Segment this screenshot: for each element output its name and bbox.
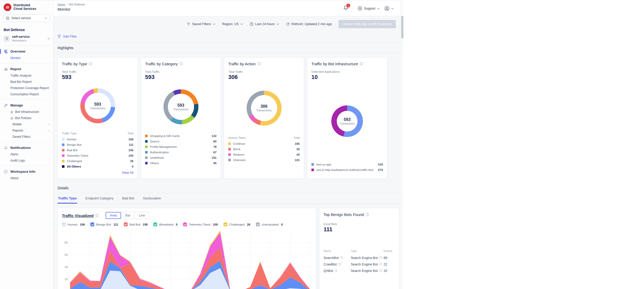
breadcrumb-home[interactable]: Home: [58, 3, 65, 6]
series-checkbox[interactable]: Unevaluated: 0: [256, 222, 283, 226]
sidebar-section-workspace-info[interactable]: Workspace Info: [0, 168, 53, 175]
mode-area-button[interactable]: Area: [106, 212, 121, 219]
legend-row[interactable]: Undefined 191: [145, 155, 217, 160]
sidebar-item[interactable]: Traffic Analyzer: [0, 73, 53, 79]
sidebar-item[interactable]: ◎ Bot Infrastructure: [0, 109, 53, 115]
traffic-action-donut-chart[interactable]: 306 Transactions: [247, 91, 282, 126]
series-checkbox[interactable]: Challenged: 26: [224, 222, 250, 226]
sidebar-section-report[interactable]: Report: [0, 66, 53, 73]
sidebar-item[interactable]: Audit Logs: [0, 157, 53, 164]
scrollbar-thumb[interactable]: [401, 16, 403, 39]
select-service-dropdown[interactable]: Select service: [3, 14, 50, 22]
support-menu[interactable]: Support: [358, 6, 380, 11]
time-range-dropdown[interactable]: Last 24 hours: [250, 22, 279, 26]
legend-row[interactable]: Shopping & Gift Cards 132: [145, 133, 217, 139]
card-title: Traffic by Bot Infrastructure ⓘ: [311, 62, 383, 66]
legend-row[interactable]: Telemetry Client 105: [62, 153, 133, 158]
sidebar-section-manage[interactable]: Manage: [0, 102, 53, 109]
donut-center-label: Transactions: [90, 107, 105, 110]
tab-geolocation[interactable]: Geolocation: [142, 193, 161, 204]
legend-row[interactable]: Human 156: [62, 136, 133, 142]
legend-row[interactable]: Challenged 26: [62, 158, 133, 164]
legend-row[interactable]: Continue 165: [228, 141, 300, 146]
legend-row[interactable]: Bad Bot 195: [62, 147, 133, 153]
sidebar-item[interactable]: Protection Coverage Report: [0, 85, 53, 91]
top-benign-bots-card: Top Benign Bots Found ⓘ Good Bots 111 Na…: [319, 208, 399, 289]
sidebar-item[interactable]: Saved Filters: [0, 134, 53, 140]
info-icon[interactable]: ⓘ: [257, 62, 261, 66]
bot-infrastructure-donut-chart[interactable]: 593 Transactions: [331, 105, 363, 137]
tab-traffic-type[interactable]: Traffic Type: [58, 193, 77, 204]
donut-center-value: 593: [177, 103, 184, 108]
info-icon[interactable]: ⓘ: [360, 62, 363, 66]
info-icon[interactable]: ⓘ: [180, 62, 183, 66]
legend-swatch: [145, 140, 148, 143]
traffic-type-donut-chart[interactable]: 593 Transactions: [80, 88, 115, 123]
refresh-button[interactable]: Refresh: Updated 2 min ago: [286, 22, 332, 26]
info-icon[interactable]: ⓘ: [95, 214, 99, 217]
breadcrumb-current: Bot Defense: [69, 3, 85, 6]
series-checkbox[interactable]: Human: 156: [62, 222, 85, 226]
sidebar-item[interactable]: Alerts: [0, 151, 53, 157]
legend-value: 195: [128, 149, 133, 152]
sidebar-item[interactable]: ◎ Bot Policies: [0, 115, 53, 121]
info-icon[interactable]: ⓘ: [379, 263, 382, 266]
info-icon[interactable]: ⓘ: [335, 269, 338, 272]
series-checkbox[interactable]: Benign Bot: 111: [90, 222, 118, 226]
sidebar-item[interactable]: Bad Bot Report: [0, 79, 53, 85]
good-bots-value: 111: [324, 226, 395, 233]
sidebar-item[interactable]: Reports ›: [0, 127, 53, 134]
legend-label: test-us-app: [316, 163, 331, 166]
legend-row[interactable]: Others 45: [145, 160, 217, 166]
info-icon[interactable]: ⓘ: [89, 62, 92, 66]
legend-row[interactable]: Benign Bot 111: [62, 142, 133, 147]
notifications-button[interactable]: 1: [344, 5, 348, 11]
traffic-area-chart[interactable]: 02040608012:00 PM, May 216:00 PM, May 21…: [62, 229, 312, 289]
sidebar-item-overview[interactable]: Overview: [0, 48, 53, 55]
series-checkbox[interactable]: Allowlisted: 0: [153, 222, 177, 226]
tab-bad-bot[interactable]: Bad Bot: [122, 193, 135, 204]
sidebar-item-monitor[interactable]: Monitor: [0, 55, 53, 61]
legend-row[interactable]: Profile Management 78: [145, 144, 217, 149]
mode-line-button[interactable]: Line: [135, 212, 149, 219]
sidebar-item[interactable]: Mobile ›: [0, 121, 53, 127]
info-icon: [4, 170, 8, 174]
legend-row[interactable]: Authentication 67: [145, 149, 217, 155]
add-filter-label: Add Filter: [63, 35, 77, 38]
checkbox-icon: [90, 222, 94, 226]
legend-swatch: [145, 146, 148, 148]
series-checkbox[interactable]: Telemetry Client: 105: [183, 222, 218, 226]
donut-center: 593 Transactions: [337, 111, 357, 132]
legend-header-total: Total: [127, 132, 133, 135]
info-icon[interactable]: ⓘ: [340, 256, 343, 259]
sidebar-item[interactable]: Consumption Report: [0, 91, 53, 97]
scrollbar[interactable]: [400, 0, 404, 289]
saved-filters-dropdown[interactable]: Saved Filters: [187, 22, 215, 26]
region-dropdown[interactable]: Region: US: [222, 22, 243, 26]
mode-bar-button[interactable]: Bar: [121, 212, 135, 219]
tab-endpoint-category[interactable]: Endpoint Category: [85, 193, 114, 204]
legend-value: 80: [213, 140, 217, 143]
view-all-link[interactable]: View All: [62, 171, 133, 175]
legend-row[interactable]: Redirect 20: [228, 152, 300, 157]
view-in-waap-button[interactable]: View in Web App & API Protection: [339, 20, 396, 28]
legend-swatch: [145, 156, 148, 159]
legend-row[interactable]: ves-io-http-loadbalancer-artificial-traf…: [311, 167, 383, 172]
legend-row[interactable]: Search 80: [145, 139, 217, 144]
legend-row[interactable]: Unknown 101: [228, 157, 300, 163]
traffic-category-donut-chart[interactable]: 593 Transactions: [163, 89, 198, 124]
series-checkbox[interactable]: Bad Bot: 195: [124, 222, 148, 226]
legend-row[interactable]: test-us-app 319: [311, 162, 383, 167]
sidebar-item[interactable]: About: [0, 175, 53, 181]
info-icon[interactable]: ⓘ: [366, 213, 369, 216]
info-icon[interactable]: ⓘ: [379, 256, 382, 259]
namespace-selector[interactable]: S self-service Namespace: [0, 34, 53, 46]
info-icon[interactable]: ⓘ: [338, 263, 341, 266]
sidebar-section-notifications[interactable]: Notifications: [0, 144, 53, 151]
donut-center-value: 306: [261, 104, 268, 109]
info-icon[interactable]: ⓘ: [379, 269, 382, 272]
legend-row[interactable]: All Others 0: [62, 164, 133, 169]
add-filter-button[interactable]: Add Filter: [58, 35, 77, 38]
user-menu[interactable]: [384, 6, 394, 11]
legend-row[interactable]: Block 20: [228, 146, 300, 152]
